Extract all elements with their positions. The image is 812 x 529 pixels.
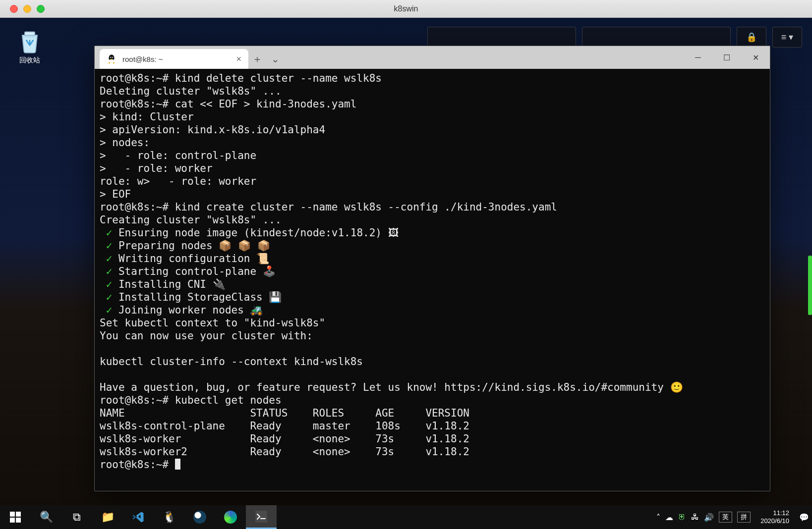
terminal-new-tab-button[interactable]: ＋ xyxy=(248,49,266,69)
tray-onedrive-icon[interactable]: ☁ xyxy=(665,513,673,522)
svg-rect-8 xyxy=(16,512,21,517)
win-close-button[interactable]: ✕ xyxy=(741,46,770,69)
tray-time: 11:12 xyxy=(773,509,789,517)
tray-notifications-icon[interactable]: 💬 xyxy=(799,513,809,522)
tray-volume-icon[interactable]: 🔊 xyxy=(704,513,714,522)
taskbar-terminal-icon[interactable] xyxy=(246,505,277,529)
terminal-tab-dropdown-icon[interactable]: ⌄ xyxy=(266,49,284,69)
win-minimize-button[interactable]: ─ xyxy=(684,46,712,69)
win-maximize-button[interactable]: ☐ xyxy=(712,46,741,69)
windows-taskbar: 🔍 ⧉ 📁 🐧 ˄ ☁ ⛨ 🖧 🔊 英 拼 11:12 2020/6/10 💬 xyxy=(0,505,812,529)
svg-rect-11 xyxy=(255,511,267,523)
windows-logo-icon xyxy=(10,512,21,523)
taskbar-qq-icon[interactable]: 🐧 xyxy=(154,505,184,529)
mac-titlebar: k8swin xyxy=(0,0,812,18)
svg-point-6 xyxy=(112,57,113,58)
tray-ime-mode[interactable]: 拼 xyxy=(737,512,751,523)
recycle-bin-label: 回收站 xyxy=(10,56,50,65)
tray-ime-lang[interactable]: 英 xyxy=(719,512,732,523)
desktop-widget-large[interactable] xyxy=(427,27,576,48)
mac-window-title: k8swin xyxy=(0,4,812,13)
desktop-widget-notes[interactable] xyxy=(582,27,731,48)
terminal-tab-active[interactable]: root@k8s: ~ × xyxy=(100,49,248,69)
tux-icon xyxy=(107,54,116,64)
taskbar-taskview-icon[interactable]: ⧉ xyxy=(61,505,92,529)
svg-rect-0 xyxy=(25,32,35,35)
tray-chevron-icon[interactable]: ˄ xyxy=(656,513,660,522)
svg-rect-9 xyxy=(10,518,15,523)
tray-security-icon[interactable]: ⛨ xyxy=(678,513,686,522)
taskbar-search-icon[interactable]: 🔍 xyxy=(31,505,61,529)
terminal-tab-title: root@k8s: ~ xyxy=(122,55,163,63)
taskbar-vscode-icon[interactable] xyxy=(123,505,154,529)
terminal-tab-close-icon[interactable]: × xyxy=(236,54,241,64)
terminal-tabbar: root@k8s: ~ × ＋ ⌄ ─ ☐ ✕ xyxy=(95,46,770,69)
tray-date: 2020/6/10 xyxy=(760,517,789,525)
remote-desktop: 回收站 🔒 ≡ ▾ root@k8s: ~ × ＋ ⌄ ─ ☐ ✕ root@k… xyxy=(0,18,812,505)
svg-point-5 xyxy=(111,57,111,58)
svg-rect-7 xyxy=(10,512,15,517)
taskbar-edge-icon[interactable] xyxy=(215,505,246,529)
taskbar-swirl-icon[interactable] xyxy=(184,505,215,529)
vm-scroll-indicator xyxy=(808,256,812,315)
desktop-widget-menu-icon[interactable]: ≡ ▾ xyxy=(772,27,802,48)
recycle-bin-icon[interactable]: 回收站 xyxy=(10,28,50,65)
start-button[interactable] xyxy=(0,505,31,529)
taskbar-explorer-icon[interactable]: 📁 xyxy=(92,505,123,529)
terminal-body[interactable]: root@k8s:~# kind delete cluster --name w… xyxy=(95,69,770,491)
tray-network-icon[interactable]: 🖧 xyxy=(691,513,699,522)
svg-rect-10 xyxy=(16,518,21,523)
desktop-widget-lock-icon[interactable]: 🔒 xyxy=(737,27,766,48)
tray-clock[interactable]: 11:12 2020/6/10 xyxy=(755,509,794,525)
windows-terminal-window: root@k8s: ~ × ＋ ⌄ ─ ☐ ✕ root@k8s:~# kind… xyxy=(94,46,770,491)
